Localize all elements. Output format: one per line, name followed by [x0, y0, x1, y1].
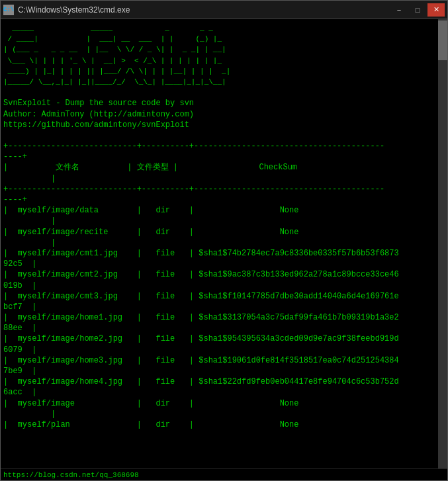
row-image: | myself/image | dir | None [3, 399, 298, 408]
row-home4-cont: 6acc | [3, 388, 36, 397]
row-image-cont: | [3, 410, 56, 419]
row-home4: | myself/image/home4.jpg | file | $sha1$… [3, 377, 399, 386]
title-bar: C:\ C:\Windows\System32\cmd.exe − □ ✕ [1, 1, 447, 19]
row-plan: | myself/plan | dir | None [3, 420, 298, 429]
row-cmt1-cont: 92c5 | [3, 259, 36, 269]
window-controls: − □ ✕ [390, 3, 445, 17]
row-cmt3-cont: bcf7 | [3, 302, 36, 312]
scrollbar-thumb[interactable] [438, 21, 447, 60]
table-divider-mid2: ----+ [3, 195, 27, 204]
minimize-button[interactable]: − [390, 3, 408, 17]
window-title: C:\Windows\System32\cmd.exe [18, 5, 130, 15]
row-home2: | myself/image/home2.jpg | file | $sha1$… [3, 334, 399, 343]
row-data-cont: | [3, 216, 56, 226]
ascii-art-banner: _____ _____ _ _ _ / ____| | ___| __ ___ … [3, 24, 230, 86]
table-divider-mid: +---------------------------+----------+… [3, 185, 384, 194]
title-bar-left: C:\ C:\Windows\System32\cmd.exe [3, 5, 130, 15]
scrollbar[interactable] [438, 19, 447, 468]
row-recite: | myself/image/recite | dir | None [3, 228, 298, 237]
console-output: _____ _____ _ _ _ / ____| | ___| __ ___ … [3, 23, 445, 430]
row-home1-cont: 88ee | [3, 324, 36, 333]
row-cmt2: | myself/image/cmt2.jpg | file | $sha1$9… [3, 270, 399, 279]
table-header-cont: | [3, 174, 56, 183]
row-cmt1: | myself/image/cmt1.jpg | file | $sha1$7… [3, 249, 399, 258]
maximize-button[interactable]: □ [409, 3, 426, 17]
row-cmt3: | myself/image/cmt3.jpg | file | $sha1$f… [3, 292, 399, 301]
console-area: _____ _____ _ _ _ / ____| | ___| __ ___ … [1, 19, 447, 468]
cmd-icon: C:\ [3, 5, 14, 15]
row-recite-cont: | [3, 238, 56, 247]
row-home1: | myself/image/home1.jpg | file | $sha1$… [3, 313, 399, 322]
row-home2-cont: 6079 | [3, 345, 36, 355]
row-home3: | myself/image/home3.jpg | file | $sha1$… [3, 356, 399, 365]
close-button[interactable]: ✕ [427, 3, 445, 17]
status-text: https://blog.csdn.net/qq_368698 [3, 471, 139, 479]
description-line-2: Author: AdminTony (http://admintony.com) [3, 110, 194, 119]
description-line-3: https://github.com/admintony/svnExploit [3, 120, 189, 130]
table-divider-top: +---------------------------+----------+… [3, 142, 384, 151]
status-bar: https://blog.csdn.net/qq_368698 [1, 468, 447, 480]
row-home3-cont: 7be9 | [3, 367, 36, 376]
cmd-window: C:\ C:\Windows\System32\cmd.exe − □ ✕ __… [0, 0, 448, 481]
table-header-row: | 文件名 | 文件类型 | CheckSum [3, 163, 297, 172]
description-line-1: SvnExploit - Dump the source code by svn [3, 99, 194, 108]
row-cmt2-cont: 019b | [3, 281, 36, 290]
table-divider-top2: ----+ [3, 152, 27, 161]
row-data: | myself/image/data | dir | None [3, 206, 298, 215]
